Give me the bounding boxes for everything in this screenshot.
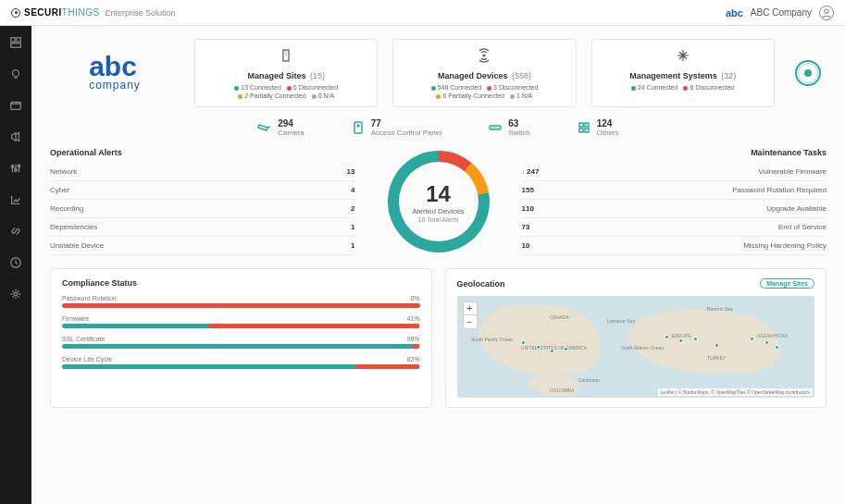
nav-sliders-icon[interactable] <box>8 161 23 176</box>
user-icon[interactable] <box>819 6 834 20</box>
compliance-bar <box>62 344 420 349</box>
task-label: Missing Hardening Policy <box>743 241 826 250</box>
task-row[interactable]: Missing Hardening Policy10 <box>522 237 827 255</box>
compliance-label: Firmware <box>62 315 89 322</box>
maint-tasks-title: Maintenance Tasks <box>522 148 827 157</box>
svg-rect-17 <box>585 123 589 127</box>
map-zoom-controls: + − <box>463 301 478 329</box>
map-label: CANADA <box>550 314 569 320</box>
nav-dashboard-icon[interactable] <box>8 35 23 50</box>
compliance-label: SSL Certificate <box>62 336 105 342</box>
alert-row[interactable]: Cyber4 <box>50 181 355 200</box>
nav-bulb-icon[interactable] <box>8 67 23 81</box>
compliance-row[interactable]: SSL Certificate98% <box>62 336 420 349</box>
alert-row[interactable]: Dependencies1 <box>50 218 355 237</box>
nav-folder-icon[interactable] <box>8 98 23 113</box>
devtype-others[interactable]: 124Others <box>577 118 619 137</box>
alerted-devices-donut[interactable]: 14 Alerted Devices 18 Total Alerts <box>388 151 490 252</box>
alert-value: 1 <box>351 241 354 250</box>
card-count: (15) <box>310 71 325 80</box>
pulse-icon <box>795 60 821 86</box>
card-count: (558) <box>512 71 531 80</box>
alert-label: Network <box>50 167 77 176</box>
card-managed-devices[interactable]: Managed Devices (558) 548 Connected 3 Di… <box>392 39 576 107</box>
task-value: ↓247 <box>522 167 540 176</box>
alert-label: Dependencies <box>50 223 97 231</box>
alert-row[interactable]: Unstable Device1 <box>50 237 355 255</box>
compliance-card: Compliance Status Password Rotation0%Fir… <box>50 268 432 408</box>
bottom-row: Compliance Status Password Rotation0%Fir… <box>50 268 826 408</box>
donut-wrap: 14 Alerted Devices 18 Total Alerts <box>374 148 503 255</box>
card-count: (32) <box>721 71 736 80</box>
svg-rect-13 <box>354 122 362 133</box>
compliance-row[interactable]: Password Rotation0% <box>62 295 420 308</box>
compliance-pct: 98% <box>406 336 419 342</box>
grid-icon <box>577 120 591 135</box>
brand-main: SECURI <box>24 7 62 18</box>
compliance-label: Password Rotation <box>62 295 117 301</box>
map-label: Barents Sea <box>707 306 733 312</box>
nav-gear-icon[interactable] <box>8 287 23 301</box>
zoom-out-button[interactable]: − <box>464 315 477 328</box>
brand-accent: THINGS <box>62 7 100 18</box>
task-label: Password Rotation Required <box>732 186 826 194</box>
op-alerts-title: Operational Alerts <box>50 148 355 157</box>
task-row[interactable]: End of Service73 <box>522 218 827 237</box>
company-logo: abc company <box>50 39 180 107</box>
topbar: SECURITHINGS Enterprise Solution abc ABC… <box>0 0 845 26</box>
svg-rect-3 <box>11 43 21 47</box>
nav-megaphone-icon[interactable] <box>8 129 23 144</box>
brand-name: SECURITHINGS <box>24 7 100 18</box>
task-label: Vulnerable Firmware <box>758 167 826 176</box>
snowflake-icon <box>602 47 764 64</box>
alert-label: Unstable Device <box>50 241 104 250</box>
svg-point-4 <box>13 70 19 77</box>
task-value: 73 <box>522 223 530 231</box>
task-row[interactable]: Upgrade Available110 <box>522 200 827 218</box>
task-value: 110 <box>522 204 534 213</box>
geolocation-card: Geolocation Manage Sites + − CANADAUNITE… <box>445 268 827 408</box>
task-value: 10 <box>522 241 530 250</box>
devtype-switch[interactable]: 63Switch <box>488 118 530 137</box>
maintenance-tasks-col: Maintenance Tasks Vulnerable Firmware↓24… <box>522 148 827 255</box>
devtype-access-control[interactable]: 77Access Control Panel <box>351 118 441 137</box>
network-health-indicator[interactable] <box>789 39 826 107</box>
card-title: Managed Sites <box>247 71 305 80</box>
compliance-row[interactable]: Device Life Cycle82% <box>62 356 420 369</box>
alert-value: 1 <box>351 223 354 231</box>
card-managed-sites[interactable]: Managed Sites (15) 13 Connected 0 Discon… <box>194 39 378 107</box>
camera-icon <box>257 120 272 135</box>
svg-point-10 <box>14 292 18 296</box>
alert-row[interactable]: Network13 <box>50 163 355 181</box>
task-row[interactable]: Password Rotation Required155 <box>522 181 827 200</box>
nav-clock-icon[interactable] <box>8 255 23 270</box>
map-label: TURKEY <box>707 355 726 361</box>
zoom-in-button[interactable]: + <box>464 302 477 315</box>
manage-sites-button[interactable]: Manage Sites <box>760 278 814 289</box>
compliance-pct: 82% <box>406 356 419 363</box>
card-title: Managed Devices <box>438 71 508 80</box>
card-management-systems[interactable]: Management Systems (32) 24 Connected 8 D… <box>591 39 775 107</box>
alert-row[interactable]: Recording2 <box>50 200 355 218</box>
svg-rect-1 <box>11 38 15 42</box>
svg-rect-19 <box>585 129 589 132</box>
brand-mark-icon <box>11 8 20 18</box>
building-icon <box>205 47 367 64</box>
alert-value: 2 <box>351 204 354 213</box>
sidebar <box>0 26 31 504</box>
task-row[interactable]: Vulnerable Firmware↓247 <box>522 163 827 181</box>
devtype-camera[interactable]: 294Camera <box>257 118 304 137</box>
card-title: Management Systems <box>629 71 717 80</box>
nav-link-icon[interactable] <box>8 224 23 239</box>
map-label: EUROPE <box>671 333 690 338</box>
svg-rect-11 <box>283 50 289 61</box>
geolocation-map[interactable]: + − CANADAUNITED STATES OF AMERICASouth … <box>457 296 815 398</box>
trend-down-icon: ↓ <box>522 168 526 175</box>
tenant-name: ABC Company <box>751 7 812 18</box>
compliance-row[interactable]: Firmware41% <box>62 315 420 328</box>
panel-icon <box>351 120 366 135</box>
task-label: End of Service <box>778 223 826 231</box>
alert-value: 4 <box>351 186 354 194</box>
compliance-bar <box>62 324 420 328</box>
nav-report-icon[interactable] <box>8 192 23 207</box>
